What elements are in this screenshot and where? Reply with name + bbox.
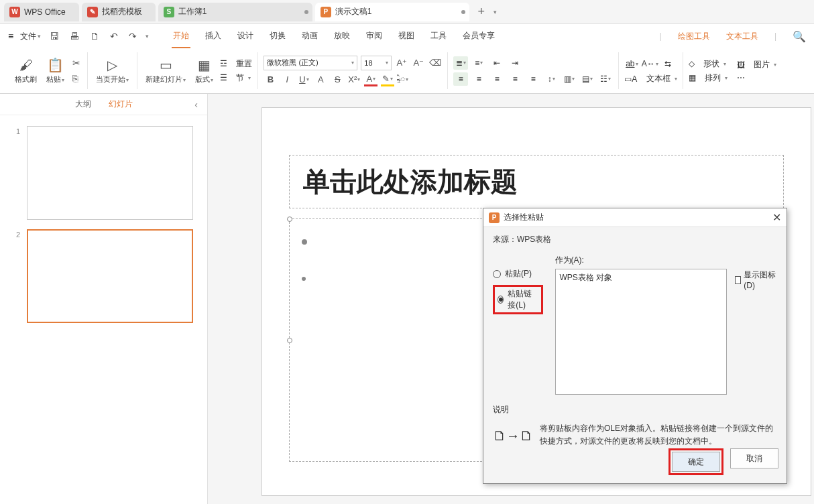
tab-drawing-tools[interactable]: 绘图工具 [678,31,710,42]
collapse-panel-icon[interactable]: ‹ [194,99,198,110]
tab-tools[interactable]: 工具 [429,25,448,48]
tab-animation[interactable]: 动画 [300,25,319,48]
align-distribute-button[interactable]: ≡ [526,72,540,86]
new-slide-button[interactable]: ▭ 新建幻灯片▾ [143,56,188,86]
slide-thumbnail-1[interactable] [27,126,193,220]
tab-insert[interactable]: 插入 [204,25,223,48]
slide-thumbnail-2[interactable] [27,229,193,323]
as-listbox[interactable]: WPS表格 对象 [555,269,727,395]
file-menu[interactable]: 文件▾ [20,31,41,42]
tab-slideshow[interactable]: 放映 [333,25,351,48]
bullets-button[interactable]: ≣▾ [453,56,468,70]
print-preview-icon[interactable]: 🗋 [88,29,101,44]
picture-button[interactable]: 🖼 图片▾ [737,59,776,70]
tab-workbook[interactable]: S 工作簿1 [158,3,312,21]
section-button[interactable]: ☰ 节▾ [220,72,252,84]
new-slide-icon: ▭ [160,57,172,73]
ok-button[interactable]: 确定 [672,452,720,472]
italic-button[interactable]: I [280,73,294,86]
add-tab-button[interactable]: + [472,5,491,19]
hamburger-icon[interactable]: ≡ [8,31,13,42]
highlight-button[interactable]: ✎▾ [381,73,394,86]
reset-icon: ☲ [220,59,227,68]
close-icon[interactable]: ✕ [772,211,781,224]
bold-button[interactable]: B [264,73,277,86]
numbering-button[interactable]: ≡▾ [471,56,486,70]
align-justify-button[interactable]: ≡ [508,72,522,86]
tab-close-icon[interactable] [461,10,465,14]
align-center-button[interactable]: ≡ [471,72,486,86]
tab-view[interactable]: 视图 [397,25,416,48]
paragraph-more-button[interactable]: ☷▾ [598,72,613,86]
column-button[interactable]: ▥▾ [562,72,577,86]
underline-button[interactable]: U▾ [297,73,310,86]
reset-button[interactable]: ☲ 重置 [220,58,252,70]
qat-dropdown[interactable]: ▾ [146,33,149,40]
text-direction-button[interactable]: ab▾ [624,57,639,70]
radio-paste[interactable]: 粘贴(P) [493,268,543,279]
font-size-select[interactable]: 18▾ [361,56,392,70]
ole-link-icon: 🗋→🗋 [493,424,533,448]
radio-icon [498,296,504,304]
tab-home[interactable]: 开始 [172,25,190,48]
align-left-button[interactable]: ≡ [453,72,468,86]
dialog-titlebar[interactable]: P 选择性粘贴 ✕ [483,208,787,227]
thumbnail-row: 2 [8,229,199,323]
font-effects-button[interactable]: ཷ▾ [398,73,411,86]
convert-button[interactable]: ⇆ [660,57,675,70]
title-placeholder[interactable]: 单击此处添加标题 [289,155,784,208]
tab-template[interactable]: ✎ 找稻壳模板 [82,3,156,21]
superscript-button[interactable]: X²▾ [347,73,361,86]
resize-handle-icon[interactable] [287,338,292,343]
tab-close-icon[interactable] [304,10,308,14]
copy-icon[interactable]: ⎘ [71,72,82,85]
char-spacing-button[interactable]: A↔▾ [642,57,657,70]
clear-format-icon[interactable]: ⌫ [428,56,442,70]
ribbon-tabs: 开始 插入 设计 切换 动画 放映 审阅 视图 工具 会员专享 [172,25,496,48]
paste-icon: 📋 [47,57,64,73]
align-right-button[interactable]: ≡ [489,72,504,86]
textbox-button[interactable]: ▭A 文本框▾ [624,73,677,84]
arrange-button[interactable]: ▦ 排列▾ [689,72,728,84]
cancel-button[interactable]: 取消 [730,448,778,468]
redo-icon[interactable]: ↷ [127,29,139,44]
tab-design[interactable]: 设计 [236,25,255,48]
title-text: 单击此处添加标题 [303,164,518,200]
indent-decrease-button[interactable]: ⇤ [489,56,504,70]
font-color-button[interactable]: A▾ [364,73,377,86]
side-tab-outline[interactable]: 大纲 [74,94,93,114]
tab-transition[interactable]: 切换 [268,25,287,48]
side-tab-slides[interactable]: 幻灯片 [107,94,134,114]
radio-paste-link[interactable]: 粘贴链接(L) [498,288,538,311]
indent-increase-button[interactable]: ⇥ [508,56,522,70]
decrease-font-icon[interactable]: A⁻ [412,56,425,70]
tab-list-dropdown[interactable]: ▾ [493,9,497,15]
strike-button[interactable]: S [331,73,344,86]
current-page-button[interactable]: ▷ 当页开始▾ [93,56,131,86]
tab-review[interactable]: 审阅 [365,25,384,48]
tab-member[interactable]: 会员专享 [461,25,496,48]
search-icon[interactable]: 🔍 [793,30,806,43]
paste-button[interactable]: 📋 粘贴▾ [44,56,67,86]
vertical-align-button[interactable]: ▤▾ [580,72,595,86]
line-spacing-button[interactable]: ↕▾ [544,72,559,86]
font-name-select[interactable]: 微软雅黑 (正文)▾ [264,56,357,70]
format-painter-button[interactable]: 🖌 格式刷 [12,56,40,86]
shape-button[interactable]: ◇ 形状▾ [689,58,728,70]
show-icon-checkbox[interactable]: 显示图标(D) [735,269,777,290]
dialog-buttons: 确定 取消 [668,448,778,475]
save-icon[interactable]: 🖫 [48,29,61,44]
shadow-button[interactable]: A [314,73,327,86]
tab-text-tools[interactable]: 文本工具 [726,31,758,42]
format-painter-icon: 🖌 [19,57,33,73]
tab-wps-home[interactable]: W WPS Office [4,3,79,21]
resize-handle-icon[interactable] [287,216,292,222]
list-item[interactable]: WPS表格 对象 [559,272,723,284]
print-icon[interactable]: 🖶 [68,29,81,44]
layout-button[interactable]: ▦ 版式▾ [192,56,216,86]
cut-icon[interactable]: ✂ [71,56,82,70]
tab-presentation[interactable]: P 演示文稿1 [315,3,469,21]
undo-icon[interactable]: ↶ [108,29,120,44]
more-arrange-icon[interactable]: ⋯ [737,73,776,82]
increase-font-icon[interactable]: A⁺ [395,56,408,70]
